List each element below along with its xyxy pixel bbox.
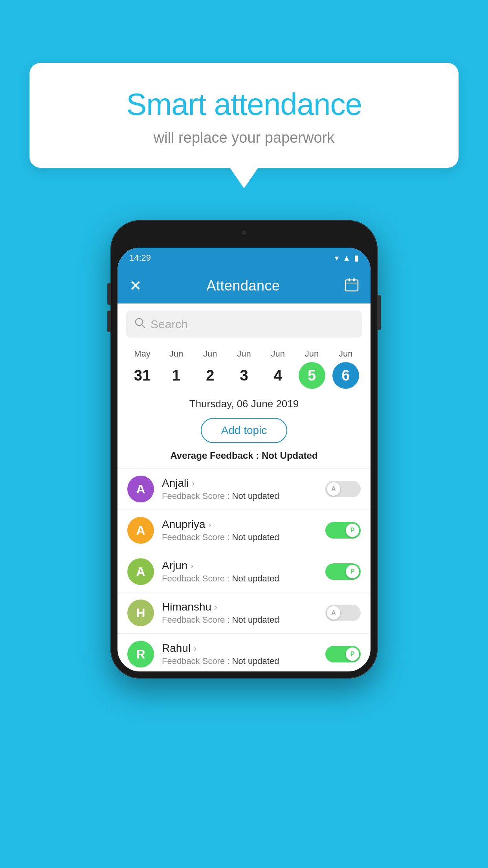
toggle-on[interactable]: P bbox=[325, 522, 361, 539]
attendance-toggle[interactable]: P bbox=[325, 646, 361, 662]
battery-icon: ▮ bbox=[354, 253, 359, 263]
toggle-off[interactable]: A bbox=[325, 481, 361, 497]
signal-icon: ▲ bbox=[343, 254, 350, 263]
feedback-value: Not updated bbox=[232, 574, 279, 583]
app-title: Attendance bbox=[206, 278, 280, 294]
student-feedback: Feedback Score : Not updated bbox=[162, 615, 317, 625]
student-feedback: Feedback Score : Not updated bbox=[162, 532, 317, 542]
calendar-row: May31Jun1Jun2Jun3Jun4Jun5Jun6 bbox=[117, 345, 371, 391]
feedback-value: Not updated bbox=[232, 656, 279, 666]
student-feedback: Feedback Score : Not updated bbox=[162, 656, 317, 666]
student-name[interactable]: Arjun › bbox=[162, 559, 317, 572]
svg-rect-3 bbox=[353, 278, 355, 281]
student-feedback: Feedback Score : Not updated bbox=[162, 574, 317, 584]
calendar-day[interactable]: Jun2 bbox=[196, 349, 224, 389]
calendar-day[interactable]: Jun6 bbox=[332, 349, 360, 389]
phone-body: 14:29 ▾ ▲ ▮ ✕ Attendance bbox=[110, 220, 378, 679]
student-row[interactable]: RRahul ›Feedback Score : Not updated P bbox=[117, 633, 371, 671]
avatar: R bbox=[127, 641, 154, 668]
avg-feedback-value: Not Updated bbox=[262, 450, 318, 461]
student-row[interactable]: AArjun ›Feedback Score : Not updated P bbox=[117, 551, 371, 592]
feedback-value: Not updated bbox=[232, 532, 279, 542]
phone-screen: 14:29 ▾ ▲ ▮ ✕ Attendance bbox=[117, 248, 371, 671]
calendar-day[interactable]: Jun4 bbox=[264, 349, 292, 389]
selected-date: Thursday, 06 June 2019 bbox=[117, 391, 371, 414]
avatar: H bbox=[127, 600, 154, 626]
calendar-icon[interactable] bbox=[345, 278, 359, 294]
chevron-icon: › bbox=[191, 561, 193, 570]
search-icon bbox=[134, 317, 146, 331]
cal-month-label: Jun bbox=[271, 349, 285, 359]
status-icons: ▾ ▲ ▮ bbox=[335, 253, 359, 263]
attendance-toggle[interactable]: A bbox=[325, 605, 361, 621]
student-row[interactable]: AAnjali ›Feedback Score : Not updated A bbox=[117, 468, 371, 509]
cal-month-label: Jun bbox=[237, 349, 251, 359]
avatar: A bbox=[127, 517, 154, 544]
student-info: Arjun ›Feedback Score : Not updated bbox=[162, 559, 317, 584]
cal-month-label: Jun bbox=[339, 349, 352, 359]
student-name[interactable]: Himanshu › bbox=[162, 601, 317, 613]
chevron-icon: › bbox=[215, 603, 217, 612]
avg-feedback-label: Average Feedback : bbox=[170, 450, 262, 461]
status-time: 14:29 bbox=[129, 253, 151, 263]
toggle-knob: P bbox=[346, 647, 359, 661]
front-camera bbox=[240, 229, 248, 236]
phone-mockup: 14:29 ▾ ▲ ▮ ✕ Attendance bbox=[110, 220, 378, 679]
cal-month-label: Jun bbox=[203, 349, 217, 359]
calendar-day[interactable]: Jun3 bbox=[230, 349, 258, 389]
student-info: Rahul ›Feedback Score : Not updated bbox=[162, 642, 317, 666]
attendance-toggle[interactable]: P bbox=[325, 522, 361, 539]
average-feedback: Average Feedback : Not Updated bbox=[117, 450, 371, 468]
attendance-toggle[interactable]: A bbox=[325, 481, 361, 497]
cal-day-number[interactable]: 31 bbox=[129, 362, 156, 389]
phone-notch-bar bbox=[117, 227, 371, 248]
svg-rect-0 bbox=[345, 280, 358, 291]
cal-day-number[interactable]: 3 bbox=[231, 362, 257, 389]
cal-day-number[interactable]: 6 bbox=[332, 362, 359, 389]
student-feedback: Feedback Score : Not updated bbox=[162, 491, 317, 501]
close-button[interactable]: ✕ bbox=[129, 277, 142, 294]
search-bar[interactable]: Search bbox=[126, 311, 362, 338]
cal-day-number[interactable]: 2 bbox=[197, 362, 224, 389]
student-info: Anupriya ›Feedback Score : Not updated bbox=[162, 518, 317, 542]
toggle-knob: P bbox=[346, 565, 359, 578]
chevron-icon: › bbox=[194, 644, 196, 653]
volume-down-button bbox=[107, 311, 110, 332]
phone-notch bbox=[228, 227, 260, 238]
cal-day-number[interactable]: 5 bbox=[299, 362, 325, 389]
student-list: AAnjali ›Feedback Score : Not updated A … bbox=[117, 468, 371, 671]
student-row[interactable]: HHimanshu ›Feedback Score : Not updated … bbox=[117, 592, 371, 633]
speech-bubble-card: Smart attendance will replace your paper… bbox=[29, 63, 459, 168]
cal-month-label: Jun bbox=[169, 349, 183, 359]
toggle-off[interactable]: A bbox=[325, 605, 361, 621]
feedback-value: Not updated bbox=[232, 491, 279, 501]
bubble-subtitle: will replace your paperwork bbox=[49, 129, 439, 146]
avatar: A bbox=[127, 558, 154, 585]
power-button bbox=[378, 295, 381, 330]
toggle-on[interactable]: P bbox=[325, 646, 361, 662]
volume-up-button bbox=[107, 283, 110, 305]
cal-day-number[interactable]: 1 bbox=[163, 362, 189, 389]
calendar-day[interactable]: May31 bbox=[128, 349, 156, 389]
add-topic-button[interactable]: Add topic bbox=[201, 418, 288, 443]
avatar: A bbox=[127, 476, 154, 502]
calendar-day[interactable]: Jun5 bbox=[298, 349, 326, 389]
svg-rect-2 bbox=[349, 278, 350, 281]
toggle-knob: A bbox=[327, 482, 340, 496]
student-row[interactable]: AAnupriya ›Feedback Score : Not updated … bbox=[117, 509, 371, 551]
attendance-toggle[interactable]: P bbox=[325, 563, 361, 580]
toggle-knob: P bbox=[346, 524, 359, 537]
student-info: Himanshu ›Feedback Score : Not updated bbox=[162, 601, 317, 625]
student-name[interactable]: Rahul › bbox=[162, 642, 317, 655]
student-name[interactable]: Anjali › bbox=[162, 477, 317, 489]
feedback-value: Not updated bbox=[232, 615, 279, 625]
cal-day-number[interactable]: 4 bbox=[264, 362, 291, 389]
toggle-on[interactable]: P bbox=[325, 563, 361, 580]
chevron-icon: › bbox=[192, 479, 194, 488]
toggle-knob: A bbox=[327, 606, 340, 620]
calendar-day[interactable]: Jun1 bbox=[162, 349, 190, 389]
status-bar: 14:29 ▾ ▲ ▮ bbox=[117, 248, 371, 268]
search-input[interactable]: Search bbox=[150, 318, 188, 331]
svg-line-5 bbox=[142, 325, 145, 327]
student-name[interactable]: Anupriya › bbox=[162, 518, 317, 531]
